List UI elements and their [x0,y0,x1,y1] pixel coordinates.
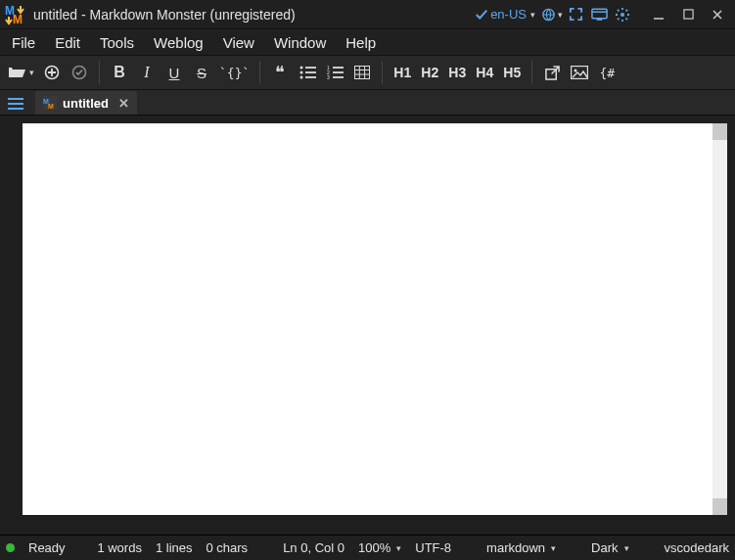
external-link-icon [545,66,560,80]
svg-rect-24 [355,67,370,79]
toolbar-separator [531,61,532,84]
code-button[interactable]: `{}` [215,58,253,87]
svg-point-7 [620,13,624,17]
h3-button[interactable]: H3 [443,58,471,87]
status-position: Ln 0, Col 0 [283,540,345,555]
toolbar: ▾ B I U S `{}` ❝ 123 H1 H2 H3 H4 H5 {# [0,55,735,90]
status-indicator-icon [6,543,15,552]
menu-weblog[interactable]: Weblog [144,31,213,54]
hash-brace-button[interactable]: {# [593,58,620,87]
toolbar-separator [382,61,383,84]
new-file-button[interactable] [38,58,66,87]
italic-button[interactable]: I [133,58,161,87]
bold-button[interactable]: B [106,58,133,87]
preview-pane-icon[interactable] [588,4,610,25]
svg-rect-6 [596,18,602,20]
folder-open-icon [8,65,27,80]
check-circle-icon [71,65,87,80]
editor[interactable] [23,123,727,515]
fullscreen-icon[interactable] [565,4,586,25]
link-button[interactable] [538,58,566,87]
plus-circle-icon [44,65,60,80]
tab-strip: MM untitled ✕ [0,90,735,116]
editor-container [15,116,735,535]
status-encoding[interactable]: UTF-8 [415,540,451,555]
left-gutter [0,116,15,535]
h4-button[interactable]: H4 [471,58,498,87]
status-ready: Ready [28,540,66,555]
status-words: 1 words [97,540,142,555]
svg-rect-9 [683,10,692,19]
image-icon [571,66,588,79]
quote-button[interactable]: ❝ [266,58,294,87]
strike-button[interactable]: S [188,58,215,87]
status-editor-theme[interactable]: vscodedark [665,540,729,555]
svg-text:3: 3 [327,74,330,79]
minimize-button[interactable] [645,1,672,28]
title-bar: M M untitled - Markdown Monster (unregis… [0,0,735,29]
tab-label: untitled [63,96,109,111]
status-zoom[interactable]: 100% [358,540,401,555]
menu-bar: File Edit Tools Weblog View Window Help [0,29,735,55]
menu-window[interactable]: Window [264,31,336,54]
table-button[interactable] [348,58,376,87]
image-button[interactable] [566,58,593,87]
vertical-scrollbar[interactable] [712,123,727,515]
tab-file-icon: MM [43,96,57,110]
menu-view[interactable]: View [213,31,264,54]
close-button[interactable] [704,1,731,28]
h1-button[interactable]: H1 [389,58,416,87]
ordered-list-button[interactable]: 123 [321,58,348,87]
list-ul-icon [299,66,316,79]
svg-text:M: M [13,13,23,25]
h5-button[interactable]: H5 [498,58,526,87]
lang-label: en-US [490,7,527,22]
maximize-button[interactable] [674,1,702,28]
main-area [0,116,735,535]
svg-point-13 [299,71,302,74]
open-file-button[interactable]: ▾ [4,58,38,87]
menu-tools[interactable]: Tools [90,31,144,54]
status-bar: Ready 1 words 1 lines 0 chars Ln 0, Col … [0,535,735,560]
tab-untitled[interactable]: MM untitled ✕ [35,91,137,115]
toolbar-separator [259,61,260,84]
table-icon [354,66,370,79]
tab-close-icon[interactable]: ✕ [115,96,129,111]
toolbar-separator [99,61,100,84]
menu-file[interactable]: File [2,31,45,54]
unordered-list-button[interactable] [294,58,321,87]
settings-gear-icon[interactable] [612,4,633,25]
svg-text:M: M [48,103,54,110]
app-logo-icon: M M [4,3,27,26]
title-right-controls: en-US ▾ ▾ [471,1,735,28]
svg-point-31 [574,70,577,72]
spellcheck-lang-button[interactable]: en-US ▾ [471,3,539,25]
check-icon [475,8,488,22]
status-chars: 0 chars [206,540,248,555]
h2-button[interactable]: H2 [416,58,443,87]
svg-point-14 [299,76,302,79]
save-button[interactable] [66,58,93,87]
sidebar-toggle-icon[interactable] [4,97,27,115]
svg-point-12 [299,67,302,70]
menu-help[interactable]: Help [336,31,386,54]
list-ol-icon: 123 [327,66,344,79]
menu-edit[interactable]: Edit [45,31,90,54]
window-title: untitled - Markdown Monster (unregistere… [31,7,296,23]
globe-icon[interactable]: ▾ [541,4,563,25]
status-lines: 1 lines [156,540,193,555]
svg-rect-4 [591,9,606,18]
underline-button[interactable]: U [161,58,188,87]
status-app-theme[interactable]: Dark [591,540,628,555]
status-syntax[interactable]: markdown [486,540,556,555]
